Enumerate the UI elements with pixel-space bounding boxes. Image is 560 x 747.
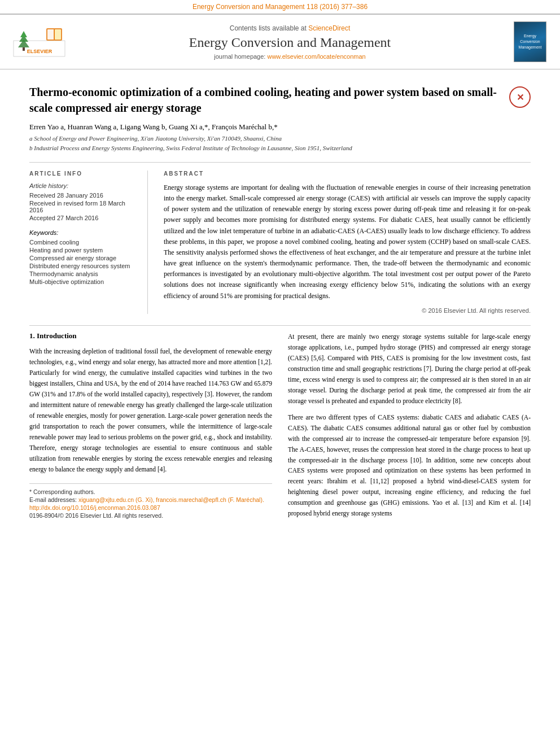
- elsevier-svg: ELSEVIER: [12, 24, 66, 58]
- article-info-col: ARTICLE INFO Article history: Received 2…: [29, 171, 148, 314]
- journal-cover-box: Energy Conversion Management: [514, 21, 546, 62]
- header-center: Contents lists available at ScienceDirec…: [74, 24, 506, 60]
- affiliation-b: b Industrial Process and Energy Systems …: [29, 144, 531, 152]
- keywords-section: Keywords: Combined cooling Heating and p…: [29, 229, 138, 285]
- footnote-corresponding: * Corresponding authors.: [29, 488, 272, 495]
- svg-rect-8: [55, 29, 61, 40]
- abstract-text: Energy storage systems are important for…: [164, 182, 531, 302]
- section-number: 1.: [29, 331, 37, 340]
- right-para-1: At present, there are mainly two energy …: [288, 331, 531, 407]
- journal-homepage: journal homepage: www.elsevier.com/locat…: [74, 53, 506, 60]
- main-content: Thermo-economic optimization of a combin…: [0, 69, 560, 320]
- keyword-distributed: Distributed energy resources system: [29, 263, 138, 269]
- journal-cover: Energy Conversion Management: [514, 21, 548, 62]
- footnote-doi: http://dx.doi.org/10.1016/j.enconman.201…: [29, 504, 272, 511]
- footnote-section: * Corresponding authors. E-mail addresse…: [29, 483, 272, 519]
- svg-text:ELSEVIER: ELSEVIER: [27, 49, 53, 54]
- section-title-text: Introduction: [37, 331, 77, 340]
- crossmark-icon: ✕: [509, 86, 531, 108]
- footnote-email: E-mail addresses: xiguang@xjtu.edu.cn (G…: [29, 496, 272, 503]
- keyword-thermodynamic: Thermodynamic analysis: [29, 270, 138, 277]
- body-content: 1. Introduction With the increasing depl…: [0, 331, 560, 535]
- received-revised: Received in revised form 18 March 2016: [29, 200, 138, 213]
- keyword-combined-cooling: Combined cooling: [29, 239, 138, 246]
- keywords-label: Keywords:: [29, 229, 138, 236]
- authors: Erren Yao a, Huanran Wang a, Ligang Wang…: [29, 123, 531, 132]
- journal-bar: Energy Conversion and Management 118 (20…: [0, 0, 560, 14]
- footnote-issn: 0196-8904/© 2016 Elsevier Ltd. All right…: [29, 512, 272, 519]
- svg-rect-7: [47, 29, 54, 40]
- svg-marker-4: [20, 31, 27, 37]
- journal-title: Energy Conversion and Management: [74, 35, 506, 50]
- two-column: ARTICLE INFO Article history: Received 2…: [29, 162, 531, 314]
- intro-heading: 1. Introduction: [29, 331, 272, 340]
- journal-bar-text: Energy Conversion and Management 118 (20…: [193, 3, 368, 11]
- body-left-col: 1. Introduction With the increasing depl…: [29, 331, 272, 523]
- accepted: Accepted 27 March 2016: [29, 215, 138, 221]
- keyword-multi-objective: Multi-objective optimization: [29, 278, 138, 285]
- elsevier-logo: ELSEVIER: [12, 24, 66, 60]
- received: Received 28 January 2016: [29, 192, 138, 199]
- article-title: Thermo-economic optimization of a combin…: [29, 84, 501, 116]
- history-label: Article history:: [29, 182, 138, 189]
- svg-rect-5: [23, 47, 25, 51]
- section-divider: [29, 325, 531, 326]
- right-para-2: There are two different types of CAES sy…: [288, 412, 531, 519]
- abstract-copyright: © 2016 Elsevier Ltd. All rights reserved…: [164, 307, 531, 314]
- keyword-caes: Compressed air energy storage: [29, 255, 138, 261]
- affiliation-a: a School of Energy and Power Engineering…: [29, 134, 531, 143]
- header-section: ELSEVIER Contents lists available at Sci…: [0, 14, 560, 69]
- title-row: Thermo-economic optimization of a combin…: [29, 84, 531, 116]
- keyword-heating-power: Heating and power system: [29, 247, 138, 254]
- body-right-col: At present, there are mainly two energy …: [288, 331, 531, 523]
- article-info-heading: ARTICLE INFO: [29, 171, 138, 177]
- intro-para-1: With the increasing depletion of traditi…: [29, 346, 272, 475]
- abstract-col: ABSTRACT Energy storage systems are impo…: [164, 171, 531, 314]
- abstract-heading: ABSTRACT: [164, 171, 531, 177]
- sciencedirect-text: Contents lists available at ScienceDirec…: [74, 24, 506, 32]
